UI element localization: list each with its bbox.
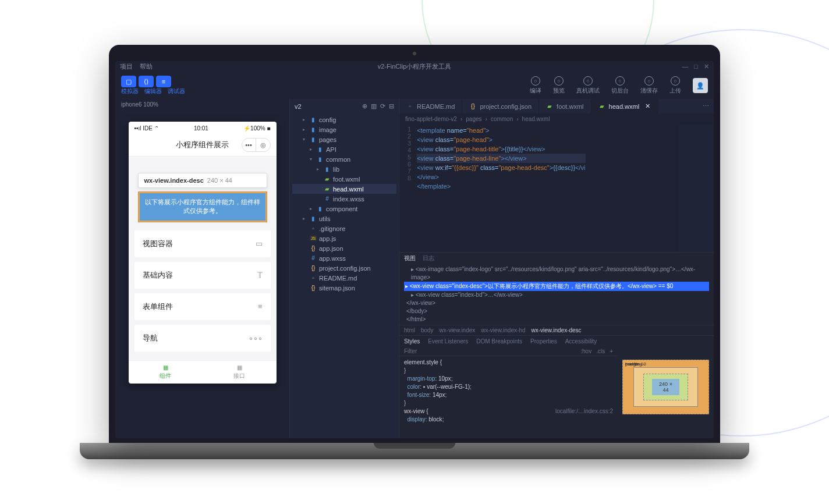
list-item[interactable]: 视图容器▭ [134,230,271,257]
pill-label: 调试器 [168,87,185,95]
close-icon[interactable]: ✕ [704,63,709,70]
pill-editor[interactable]: ⟨⟩ [139,76,154,87]
menu-project[interactable]: 项目 [120,62,133,71]
styles-tab[interactable]: DOM Breakpoints [476,338,522,345]
project-root[interactable]: v2 [295,103,302,110]
tree-folder[interactable]: ▸▮component [292,204,396,214]
editor-tab[interactable]: ▰foot.wxml [539,100,591,113]
tree-folder[interactable]: ▸▮API [292,144,396,154]
minimap[interactable] [679,125,714,252]
tree-file[interactable]: #app.wxss [292,253,396,263]
tree-file[interactable]: ▫README.md [292,273,396,283]
list-item[interactable]: 基础内容𝕋 [134,262,271,289]
crumb-item[interactable]: body [421,327,434,333]
pill-label: 模拟器 [121,87,139,95]
tree-folder[interactable]: ▸▮utils [292,214,396,223]
hov-toggle[interactable]: :hov [580,348,591,354]
editor-area: ▫README.md{}project.config.json▰foot.wxm… [399,99,714,438]
capsule-close-icon[interactable]: ◎ [256,139,270,151]
styles-tab[interactable]: Accessibility [565,338,597,345]
status-signal: ••ıl IDE ⌃ [134,125,159,132]
avatar[interactable]: 👤 [693,78,708,93]
tree-folder[interactable]: ▸▮lib [292,164,396,174]
refresh-icon[interactable]: ⟳ [380,102,385,110]
pill-simulator[interactable]: ▢ [121,76,136,87]
tool-编译[interactable]: ○编译 [530,76,541,95]
tabbar-item[interactable]: ▦接口 [203,361,277,384]
camera-dot [413,52,416,55]
tree-folder[interactable]: ▸▮config [292,115,396,125]
file-explorer: v2 ⊕ ▥ ⟳ ⊟ ▸▮config▸▮image▾▮pages▸▮API▾▮… [290,99,399,438]
breadcrumb: fino-applet-demo-v2›pages›common›head.wx… [399,113,714,125]
tool-真机调试[interactable]: ○真机调试 [576,76,600,95]
device-label[interactable]: iphone6 100% [115,99,289,110]
inspect-highlight: 以下将展示小程序官方组件能力，组件样式仅供参考。 [138,191,267,222]
tree-file[interactable]: JSapp.js [292,233,396,243]
tool-预览[interactable]: ○预览 [553,76,565,95]
box-model: margin 10 border - padding - 240 × 44 [618,336,714,438]
editor-tab[interactable]: ▫README.md [399,100,462,113]
list-item[interactable]: 导航∘∘∘ [134,325,271,352]
menu-help[interactable]: 帮助 [140,62,153,71]
tree-folder[interactable]: ▾▮pages [292,134,396,144]
crumb-item[interactable]: wx-view.index [440,327,476,333]
add-rule-icon[interactable]: + [610,348,613,354]
tree-folder[interactable]: ▾▮common [292,154,396,164]
window-title: v2-FinClip小程序开发工具 [378,62,452,71]
styles-filter[interactable]: Filter [404,348,417,354]
tree-file[interactable]: ▫.gitignore [292,223,396,233]
collapse-icon[interactable]: ⊟ [389,102,394,110]
tree-file[interactable]: {}project.config.json [292,263,396,273]
tabbar-item[interactable]: ▦组件 [129,361,203,384]
tree-folder[interactable]: ▸▮image [292,125,396,134]
tool-上传[interactable]: ○上传 [669,76,681,95]
simulator-panel: iphone6 100% ••ıl IDE ⌃ 10:01 ⚡100% ■ 小程… [115,99,290,438]
styles-tab[interactable]: Properties [530,338,557,345]
crumb-item[interactable]: wx-view.index-desc [531,327,581,333]
styles-tab[interactable]: Event Listeners [428,338,468,345]
code-editor[interactable]: 12345678 <template name="head"> <view cl… [399,125,714,252]
status-time: 10:01 [194,125,208,132]
tree-file[interactable]: #index.wxss [292,194,396,204]
page-title: 小程序组件展示 [176,140,229,150]
new-file-icon[interactable]: ⊕ [362,102,367,110]
crumb-item[interactable]: wx-view.index-hd [481,327,525,333]
toolbar: ▢ ⟨⟩ ≡ 模拟器 编辑器 调试器 ○编译○预览○真机调试○切后台○清缓存○上… [115,72,714,99]
tree-file[interactable]: {}sitemap.json [292,283,396,293]
dt-tab-view[interactable]: 视图 [404,254,416,262]
tree-file[interactable]: {}app.json [292,243,396,253]
cls-toggle[interactable]: .cls [596,348,605,354]
editor-tab[interactable]: {}project.config.json [462,100,539,113]
ide-window: 项目 帮助 v2-FinClip小程序开发工具 — □ ✕ ▢ ⟨⟩ ≡ 模拟器… [115,61,714,438]
devtools: 视图 日志 ▸ <wx-image class="index-logo" src… [399,252,714,438]
capsule-menu-icon[interactable]: ••• [242,139,256,151]
editor-tab[interactable]: ▰head.wxml✕ [591,99,658,113]
styles-tab[interactable]: Styles [404,338,420,345]
pill-debugger[interactable]: ≡ [156,76,171,87]
tool-清缓存[interactable]: ○清缓存 [640,76,658,95]
status-battery: ⚡100% ■ [243,125,270,132]
pill-label: 编辑器 [144,87,162,95]
close-tab-icon[interactable]: ✕ [645,102,650,110]
tabs-more-icon[interactable]: ⋯ [698,102,714,110]
list-item[interactable]: 表单组件≡ [134,293,271,320]
dt-tab-log[interactable]: 日志 [423,254,434,262]
max-icon[interactable]: □ [694,63,698,70]
inspect-tooltip: wx-view.index-desc240 × 44 [138,173,267,188]
laptop-base [80,443,749,459]
crumb-item[interactable]: html [404,327,415,333]
phone-preview: ••ıl IDE ⌃ 10:01 ⚡100% ■ 小程序组件展示 ••• ◎ w… [129,122,277,384]
laptop-frame: 项目 帮助 v2-FinClip小程序开发工具 — □ ✕ ▢ ⟨⟩ ≡ 模拟器… [109,45,720,459]
tree-file[interactable]: ▰head.wxml [292,184,396,194]
new-folder-icon[interactable]: ▥ [371,102,377,110]
tool-切后台[interactable]: ○切后台 [611,76,629,95]
tree-file[interactable]: ▰foot.wxml [292,174,396,184]
min-icon[interactable]: — [682,63,688,70]
menubar: 项目 帮助 v2-FinClip小程序开发工具 — □ ✕ [115,61,714,72]
